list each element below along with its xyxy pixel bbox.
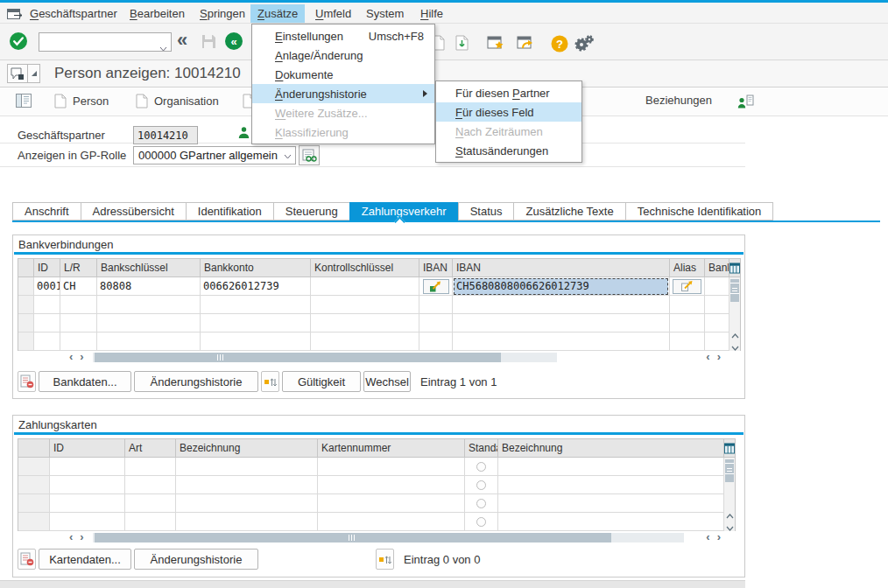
standard-radio[interactable] [476,462,486,472]
iban-value-selected[interactable]: CH5680808006626012739 [454,278,668,295]
system-window-icon[interactable] [7,8,24,24]
enter-button[interactable] [9,32,28,54]
standard-radio[interactable] [476,499,486,508]
new-session-icon[interactable] [517,36,535,54]
menubar-item-system[interactable]: System [359,4,411,23]
tab-steuerung[interactable]: Steuerung [273,202,350,220]
organisation-button[interactable]: Organisation [136,94,219,108]
menu-item-dokumente[interactable]: Dokumente [252,65,434,84]
menubar-item-bearbeiten[interactable]: Bearbeiten [123,4,192,23]
svg-text:?: ? [556,38,563,51]
h-scroll-thumb[interactable] [95,533,611,542]
h-scroll-track[interactable] [93,533,684,542]
scroll-left-icon[interactable]: ‹ [702,351,713,363]
label: D [275,68,283,81]
menubar-item-springen[interactable]: Springen [193,4,252,23]
bank-col-bankkonto: Bankkonto [201,259,311,277]
label: Person [73,94,109,108]
submenu-item-fuer-dieses-feld[interactable]: Für dieses Feld [436,102,581,122]
settings-gear-icon[interactable] [574,34,595,56]
h-scroll-thumb[interactable] [95,353,501,362]
help-button[interactable]: ? [551,35,568,56]
aenderungshistorie-button[interactable]: Änderungshistorie [134,549,258,570]
partner-field[interactable]: 10014210 [133,126,198,144]
alias-open-button[interactable] [673,279,701,294]
menubar-item-umfeld[interactable]: Umfeld [308,4,358,23]
locator-toggle-icon[interactable] [16,94,32,108]
scroll-left-icon[interactable]: ‹ [66,351,76,363]
standard-radio[interactable] [476,480,486,490]
scroll-right-icon[interactable]: › [714,531,724,543]
chevron-down-icon[interactable] [159,39,167,55]
bank-cell-lr[interactable]: CH [60,277,97,296]
display-role-button[interactable] [299,145,320,165]
v-scrollbar[interactable] [729,259,741,351]
tab-identifikation[interactable]: Identifikation [186,202,274,220]
h-scroll-track[interactable] [93,353,557,362]
submenu-item-fuer-diesen-partner[interactable]: Für diesen Partner [436,83,581,102]
bank-cell-kontrollschluessel[interactable] [311,277,419,296]
bank-cell-bankkonto[interactable]: 006626012739 [201,277,311,296]
scroll-right-icon[interactable]: › [76,351,87,363]
scroll-right-icon[interactable]: › [714,351,724,363]
aenderungshistorie-submenu: Für diesen Partner Für dieses Feld Nach … [435,80,582,163]
menu-item-klassifizierung: Klassifizierung [252,122,434,142]
menubar-item-geschaeftspartner[interactable]: Geschäftspartner [23,4,124,23]
bankdaten-button[interactable]: Bankdaten... [39,371,131,392]
beziehungen-button[interactable]: Beziehungen [645,94,712,107]
bank-cell-id[interactable]: 0001 [34,277,60,296]
person-button[interactable]: Person [54,94,109,108]
aenderungshistorie-button[interactable]: Änderungshistorie [134,371,258,392]
tab-status[interactable]: Status [458,202,515,220]
submenu-item-statusaenderungen[interactable]: Statusänderungen [436,141,581,160]
bank-button-row: Bankdaten... Änderungshistorie Gültigkei… [18,371,497,392]
gueltigkeit-button[interactable]: Gültigkeit [282,371,361,392]
row-selector [18,494,50,513]
v-scroll-thumb[interactable] [730,279,739,302]
menu-item-aenderungshistorie[interactable]: Änderungshistorie [252,84,434,103]
tab-adressuebersicht[interactable]: Adressübersicht [81,202,187,220]
toggle-entries-icon-button[interactable] [376,549,394,570]
cards-col-standard: Standard [465,439,498,458]
scroll-left-icon[interactable]: ‹ [66,531,76,543]
empty-cell [453,296,670,314]
wechsel-button[interactable]: Wechsel [363,371,411,392]
menu-item-einstellungen[interactable]: EinstellungenUmsch+F8 [252,26,434,46]
page-download-icon[interactable] [455,35,469,54]
delete-row-button[interactable] [18,549,36,570]
favorites-window-icon[interactable] [487,36,505,54]
menubar-item-hilfe[interactable]: Hilfe [413,4,450,23]
scroll-left-icon[interactable]: ‹ [702,531,713,543]
scroll-right-icon[interactable]: › [76,531,87,543]
tab-zusaetzliche-texte[interactable]: Zusätzliche Texte [513,202,625,220]
back-icon[interactable]: « [177,29,187,52]
cards-entry-count: Eintrag 0 von 0 [404,553,480,566]
menubar-item-zusaetze[interactable]: Zusätze [250,4,305,23]
kartendaten-button[interactable]: Kartendaten... [39,549,131,570]
iban-detail-button[interactable] [423,279,449,294]
partner-switch-icon[interactable] [737,94,754,108]
bank-cell-bankschluessel[interactable]: 80808 [97,277,201,296]
row-selector[interactable] [18,277,34,296]
services-button[interactable] [7,64,28,83]
role-field-label: Anzeigen in GP-Rolle [18,149,126,162]
table-settings-icon[interactable] [729,259,740,277]
tab-technische-identifikation[interactable]: Technische Identifikation [625,202,774,220]
menu-item-anlage-aenderung[interactable]: Anlage/Änderung [252,46,434,65]
bank-col-kontrollschluessel: Kontrollschlüssel [311,259,419,277]
delete-row-button[interactable] [18,371,36,392]
v-scrollbar[interactable] [724,439,736,531]
role-select[interactable]: 000000 GPartner allgemein [133,146,296,164]
table-settings-icon[interactable] [724,439,735,458]
standard-radio[interactable] [476,517,486,527]
v-scroll-thumb[interactable] [725,459,734,482]
exit-button[interactable]: « [224,32,243,54]
svg-text:«: « [230,35,236,48]
tab-anschrift[interactable]: Anschrift [12,202,81,220]
cards-group-title: Zahlungskarten [18,418,97,431]
tab-zahlungsverkehr[interactable]: Zahlungsverkehr [349,202,459,220]
command-input[interactable] [39,32,172,52]
gui-actions-dropdown-button[interactable] [27,64,40,83]
toggle-entries-icon-button[interactable] [261,371,279,392]
bank-cell-iban[interactable]: CH5680808006626012739 [453,277,670,296]
